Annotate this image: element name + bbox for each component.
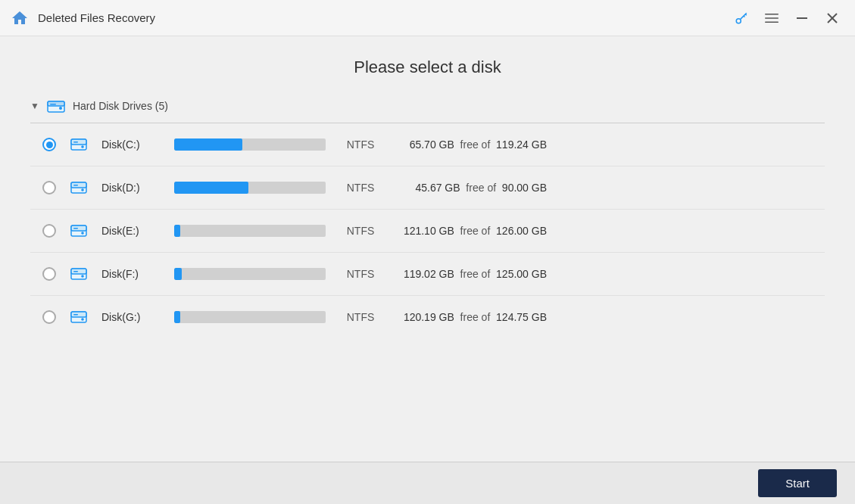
main-content: Please select a disk ▼ Hard Disk Drives …: [0, 36, 855, 462]
svg-rect-3: [765, 21, 779, 23]
disk-row[interactable]: Disk(E:) NTFS 121.10 GB free of 126.00 G…: [30, 210, 825, 253]
disk-used-fill: [174, 182, 248, 194]
disk-drive-icon: [68, 220, 89, 241]
fs-type: NTFS: [338, 138, 383, 151]
app-title: Deleted Files Recovery: [38, 11, 728, 24]
svg-point-9: [59, 107, 62, 110]
disk-name: Disk(E:): [101, 225, 162, 237]
free-gb: 45.67 GB: [415, 182, 460, 194]
total-gb: 119.24 GB: [496, 138, 547, 151]
disk-rows-container: Disk(C:) NTFS 65.70 GB free of 119.24 GB…: [30, 123, 825, 338]
disk-size-info: 119.02 GB free of 125.00 GB: [395, 268, 547, 280]
bottom-bar: Start: [0, 462, 855, 504]
total-gb: 90.00 GB: [502, 182, 547, 194]
svg-rect-4: [797, 17, 807, 19]
radio-button[interactable]: [42, 267, 56, 281]
disk-used-fill: [174, 138, 242, 151]
window-controls: [728, 5, 846, 32]
svg-rect-13: [73, 142, 78, 143]
disk-used-fill: [174, 311, 180, 323]
fs-type: NTFS: [338, 225, 383, 237]
svg-rect-2: [765, 17, 779, 19]
disk-usage-bar: [174, 225, 326, 237]
disk-drive-icon: [68, 306, 89, 328]
svg-point-26: [81, 275, 84, 278]
total-gb: 126.00 GB: [496, 225, 547, 237]
disk-name: Disk(D:): [101, 182, 162, 194]
free-gb: 121.10 GB: [404, 225, 454, 237]
disk-name: Disk(F:): [101, 268, 162, 280]
disk-name: Disk(C:): [101, 138, 162, 151]
minimize-button[interactable]: [788, 5, 816, 32]
disk-drive-icon: [68, 177, 89, 198]
svg-rect-10: [50, 104, 56, 105]
svg-rect-29: [73, 314, 78, 316]
disk-used-fill: [174, 268, 182, 280]
svg-point-14: [81, 145, 84, 148]
svg-point-18: [81, 188, 84, 191]
chevron-down-icon: ▼: [30, 101, 39, 111]
free-gb: 65.70 GB: [410, 138, 454, 151]
disk-row[interactable]: Disk(D:) NTFS 45.67 GB free of 90.00 GB: [30, 166, 825, 210]
svg-rect-20: [71, 226, 86, 231]
close-button[interactable]: [819, 5, 846, 32]
svg-point-22: [81, 232, 84, 235]
disk-usage-bar: [174, 311, 326, 323]
disk-drive-icon: [68, 263, 89, 285]
disk-size-info: 45.67 GB free of 90.00 GB: [395, 182, 547, 194]
radio-button[interactable]: [42, 181, 56, 194]
svg-rect-21: [73, 228, 78, 229]
svg-rect-17: [73, 185, 78, 186]
disk-usage-bar: [174, 268, 326, 280]
svg-rect-28: [71, 312, 86, 317]
free-gb: 119.02 GB: [404, 268, 454, 280]
total-gb: 125.00 GB: [496, 268, 547, 280]
disk-used-fill: [174, 225, 180, 237]
drive-group-header[interactable]: ▼ Hard Disk Drives (5): [30, 89, 825, 123]
svg-rect-24: [71, 269, 86, 274]
svg-point-0: [736, 18, 741, 23]
svg-rect-8: [48, 101, 64, 106]
disk-row[interactable]: Disk(C:) NTFS 65.70 GB free of 119.24 GB: [30, 123, 825, 166]
fs-type: NTFS: [338, 311, 383, 323]
total-gb: 124.75 GB: [496, 311, 547, 323]
radio-button[interactable]: [42, 310, 56, 324]
disk-drive-icon: [68, 134, 89, 155]
app-icon: [9, 8, 30, 29]
fs-type: NTFS: [338, 268, 383, 280]
svg-rect-1: [765, 14, 779, 15]
hdd-icon: [45, 95, 67, 117]
disk-name: Disk(G:): [101, 311, 162, 323]
radio-button[interactable]: [42, 138, 56, 151]
disk-size-info: 121.10 GB free of 126.00 GB: [395, 225, 547, 237]
drive-group-label: Hard Disk Drives (5): [73, 100, 168, 112]
fs-type: NTFS: [338, 182, 383, 194]
disk-size-info: 65.70 GB free of 119.24 GB: [395, 138, 547, 151]
svg-point-30: [81, 318, 84, 321]
radio-button[interactable]: [42, 224, 56, 238]
page-heading: Please select a disk: [0, 36, 855, 89]
disk-usage-bar: [174, 182, 326, 194]
menu-button[interactable]: [758, 5, 785, 32]
free-gb: 120.19 GB: [404, 311, 454, 323]
svg-rect-12: [71, 139, 86, 145]
disk-row[interactable]: Disk(G:) NTFS 120.19 GB free of 124.75 G…: [30, 296, 825, 338]
disk-size-info: 120.19 GB free of 124.75 GB: [395, 311, 547, 323]
key-icon-button[interactable]: [728, 5, 755, 32]
disk-usage-bar: [174, 138, 326, 151]
titlebar: Deleted Files Recovery: [0, 0, 855, 36]
disk-row[interactable]: Disk(F:) NTFS 119.02 GB free of 125.00 G…: [30, 253, 825, 296]
disk-list-container: ▼ Hard Disk Drives (5) Disk(C:): [0, 89, 855, 462]
svg-rect-16: [71, 182, 86, 188]
start-button[interactable]: Start: [758, 469, 837, 497]
svg-rect-25: [73, 271, 78, 272]
